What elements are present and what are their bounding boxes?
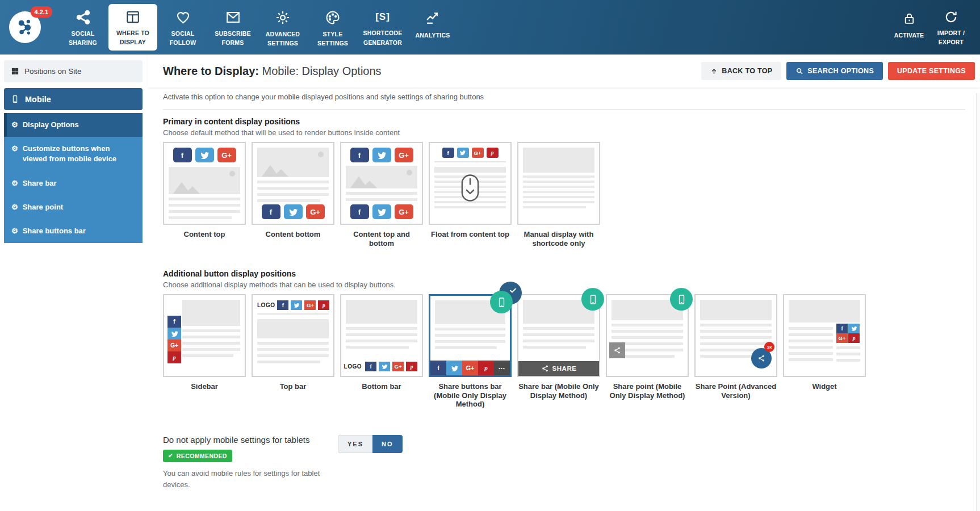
option-label: Share Point (Advanced Version) [694,382,777,400]
twitter-icon [372,204,391,219]
option-label: Sidebar [191,382,218,391]
option-top-bar[interactable]: LOGO f G+ p Top bar [252,294,334,391]
nav-label: STYLE SETTINGS [311,30,355,48]
widget-buttons-grid: f G+ p [836,324,860,343]
sidebar-item-customize-buttons[interactable]: ⚙ Customize buttons when viewed from mob… [4,137,143,171]
placeholder-line [700,342,772,345]
nav-label: SHORTCODE GENERATOR [361,28,405,47]
placeholder-line [257,181,329,183]
placeholder-line [257,187,329,190]
option-preview: LOGO f G+ p [252,294,334,377]
sidebar-item-share-bar[interactable]: ⚙ Share bar [4,171,143,195]
placeholder-image [169,167,240,194]
nav-advanced-settings[interactable]: ADVANCED SETTINGS [258,4,307,51]
nav-import-export[interactable]: IMPORT / EXPORT [931,4,971,51]
placeholder-line [257,348,329,351]
setting-tablets: Do not apply mobile settings for tablets… [163,435,980,491]
sidebar-section-label: Positions on Site [24,67,82,76]
toggle-no-button[interactable]: NO [372,435,403,453]
back-to-top-button[interactable]: BACK TO TOP [701,62,781,80]
option-share-buttons-bar-mobile[interactable]: f G+ p ••• Share buttons bar (Mobile Onl… [429,294,512,409]
gplus-icon: G+ [392,362,404,371]
placeholder-line [836,353,860,355]
facebook-icon: f [836,324,848,333]
pinterest-icon: p [406,362,417,371]
primary-section-title: Primary in content display positions [163,117,980,126]
placeholder-line [435,346,497,349]
placeholder-line [257,199,320,202]
plugin-logo[interactable]: 4.2.1 [9,11,41,43]
mountain-icon [172,179,210,194]
option-bottom-bar[interactable]: LOGO f G+ p Bottom bar [340,294,423,391]
option-share-bar-mobile[interactable]: SHARE Share bar (Mobile Only Display Met… [517,294,600,400]
sidebar-item-share-point[interactable]: ⚙ Share point [4,195,143,219]
sidebar-item-mobile[interactable]: Mobile [4,88,143,110]
option-content-bottom[interactable]: f G+ Content bottom [252,142,334,239]
placeholder-line [169,216,232,219]
nav-social-follow[interactable]: SOCIAL FOLLOW [158,4,207,51]
analytics-icon [425,10,441,27]
option-float-from-content-top[interactable]: f G+ p [429,142,512,239]
section-divider [163,109,965,110]
option-label: Content top [184,230,225,239]
nav-analytics[interactable]: ANALYTICS [408,4,457,51]
gplus-icon: G+ [836,333,848,343]
heart-icon [175,10,191,25]
option-manual-shortcode-only[interactable]: Manual display with shortcode only [517,142,600,248]
toggle-yes-button[interactable]: YES [338,435,372,453]
option-content-top-and-bottom[interactable]: f G+ f G+ [340,142,423,248]
placeholder-image [346,300,417,324]
placeholder-line [700,330,772,333]
mountain-icon [261,162,298,177]
nav-social-sharing[interactable]: SOCIAL SHARING [58,4,107,51]
search-options-button[interactable]: SEARCH OPTIONS [786,62,883,80]
option-share-point-advanced[interactable]: 1k Share Point (Advanced Version) [694,294,777,400]
sidebar-item-positions-on-site[interactable]: Positions on Site [4,60,143,82]
logo-text: LOGO [344,363,362,370]
placeholder-line [523,181,594,183]
update-settings-button[interactable]: UPDATE SETTINGS [888,62,975,80]
option-label: Bottom bar [362,382,401,391]
refresh-icon [944,10,958,24]
gplus-icon: G+ [472,148,484,158]
placeholder-line [257,354,329,357]
placeholder-line [435,334,505,337]
layout-icon [125,10,140,24]
pinterest-icon: p [167,351,181,363]
placeholder-line [182,329,240,332]
intro-text: Activate this option to change your mobi… [163,93,980,101]
facebook-icon: f [350,148,369,162]
share-label: SHARE [552,365,577,372]
additional-section-subtitle: Choose additional display methods that c… [163,280,980,289]
sidebar-item-share-buttons-bar[interactable]: ⚙ Share buttons bar [4,219,143,243]
nav-shortcode-generator[interactable]: [s] SHORTCODE GENERATOR [358,4,407,51]
option-content-top[interactable]: f G+ Content top [163,142,246,239]
sidebar-item-display-options[interactable]: ⚙ Display Options [4,113,143,137]
palette-icon [325,10,341,26]
nav-style-settings[interactable]: STYLE SETTINGS [308,4,357,51]
option-sidebar[interactable]: f G+ p Sidebar [163,294,246,391]
twitter-icon [372,148,391,162]
nav-subscribe-forms[interactable]: SUBSCRIBE FORMS [208,4,257,51]
widget-mock: f G+ p [789,324,860,362]
placeholder-line [789,352,833,355]
mobile-icon [11,94,19,104]
placeholder-line [169,204,240,207]
nav-activate[interactable]: ACTIVATE [889,4,929,51]
share-buttons-bar-mock: f G+ p ••• [430,361,510,375]
primary-options-row: f G+ Content top [163,142,980,248]
placeholder-line [346,192,417,195]
nav-where-to-display[interactable]: WHERE TO DISPLAY [108,4,157,51]
option-label: Top bar [280,382,307,391]
twitter-icon [848,324,860,333]
option-widget[interactable]: f G+ p Widget [783,294,866,391]
placeholder-line [435,340,505,343]
option-share-point-mobile[interactable]: Share point (Mobile Only Display Method) [606,294,689,400]
placeholder-line [182,342,240,345]
option-label: Content top and bottom [340,230,423,248]
sidebar-buttons-stack: f G+ p [167,316,181,363]
option-preview: f G+ p [163,294,246,377]
sidebar-item-label: Customize buttons when viewed from mobil… [23,144,136,164]
lock-icon [902,10,916,27]
option-preview [606,294,689,377]
